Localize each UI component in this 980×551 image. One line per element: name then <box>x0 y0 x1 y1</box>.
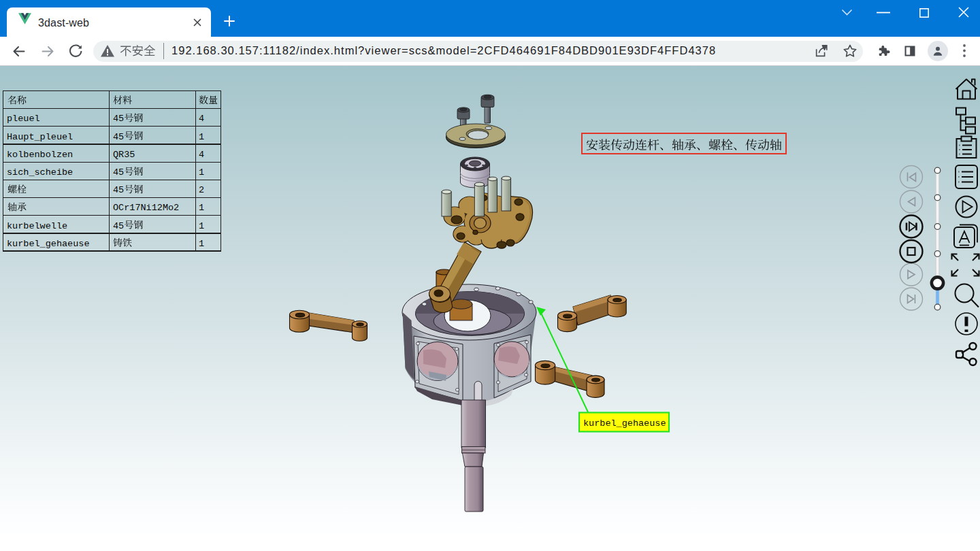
svg-text:OCr17Ni12Mo2: OCr17Ni12Mo2 <box>113 203 179 213</box>
svg-text:sich_scheibe: sich_scheibe <box>7 167 73 178</box>
svg-text:1: 1 <box>199 132 204 142</box>
svg-text:kurbel_gehaeuse: kurbel_gehaeuse <box>7 239 90 249</box>
svg-text:4: 4 <box>199 150 204 160</box>
svg-text:1: 1 <box>199 221 204 231</box>
svg-text:45: 45 <box>113 221 124 231</box>
svg-text:1: 1 <box>199 167 204 178</box>
svg-text:2: 2 <box>199 185 204 195</box>
svg-text:45: 45 <box>113 114 124 124</box>
svg-text:1: 1 <box>199 203 204 213</box>
svg-text:45: 45 <box>113 185 124 195</box>
svg-text:Haupt_pleuel: Haupt_pleuel <box>7 132 73 142</box>
svg-text:kurbel_gehaeuse: kurbel_gehaeuse <box>583 418 666 429</box>
svg-text:45: 45 <box>113 132 124 142</box>
svg-text:kurbelwelle: kurbelwelle <box>7 221 67 231</box>
svg-text:QR35: QR35 <box>113 150 135 160</box>
svg-text:1: 1 <box>199 239 204 249</box>
svg-text:4: 4 <box>199 114 204 124</box>
svg-text:45: 45 <box>113 167 124 178</box>
svg-text:kolbenbolzen: kolbenbolzen <box>7 150 73 160</box>
svg-text:pleuel: pleuel <box>7 114 40 124</box>
